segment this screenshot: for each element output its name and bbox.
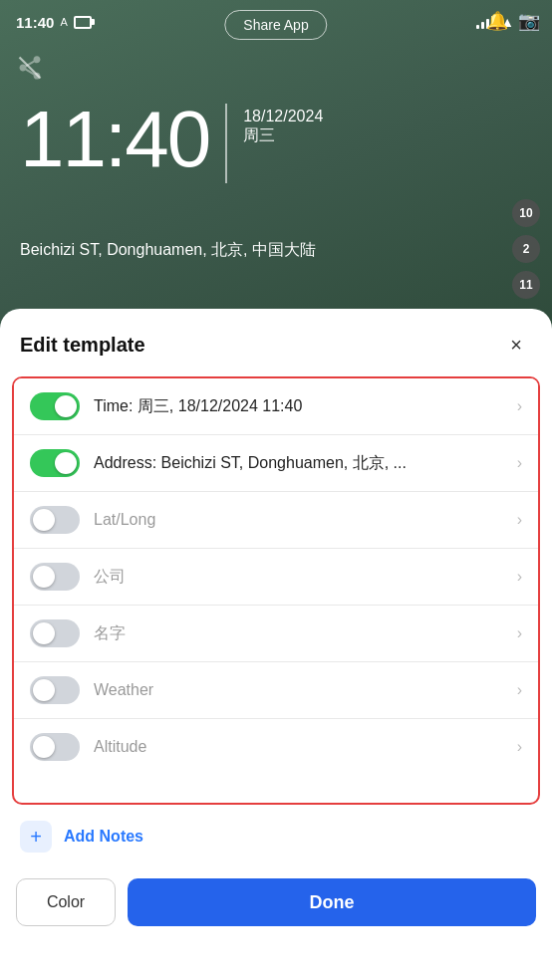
toggle-knob-latlong xyxy=(33,509,55,531)
chevron-weather-icon: › xyxy=(517,681,522,699)
template-item-latlong: Lat/Long › xyxy=(14,492,538,549)
item-label-latlong: Lat/Long xyxy=(94,511,517,529)
template-item-company: 公司 › xyxy=(14,549,538,606)
close-button[interactable]: × xyxy=(500,329,532,361)
clock-location: Beichizi ST, Donghuamen, 北京, 中国大陆 xyxy=(20,239,316,261)
toggle-weather[interactable] xyxy=(30,676,80,704)
item-label-address: Address: Beichizi ST, Donghuamen, 北京, ..… xyxy=(94,453,517,474)
chevron-address-icon: › xyxy=(517,454,522,472)
camera-icon[interactable]: 📷 xyxy=(518,10,540,32)
toggle-company[interactable] xyxy=(30,563,80,591)
status-left: 11:40 A xyxy=(16,14,92,31)
item-label-name: 名字 xyxy=(94,623,517,644)
status-time: 11:40 xyxy=(16,14,54,31)
toggle-latlong[interactable] xyxy=(30,506,80,534)
item-label-weather: Weather xyxy=(94,681,517,699)
clock-divider xyxy=(225,104,227,183)
item-label-company: 公司 xyxy=(94,567,517,588)
toggle-altitude[interactable] xyxy=(30,733,80,761)
clock-date: 18/12/2024 xyxy=(243,108,323,125)
clock-details: 18/12/2024 周三 xyxy=(243,100,323,146)
clock-time: 11:40 xyxy=(20,100,209,179)
notification-bell-icon[interactable]: 🔔 xyxy=(486,10,508,32)
add-notes-row[interactable]: + Add Notes xyxy=(0,805,552,868)
toggle-knob-address xyxy=(55,452,77,474)
done-button[interactable]: Done xyxy=(128,878,536,926)
toggle-knob-name xyxy=(33,622,55,644)
toggle-knob-time xyxy=(55,395,77,417)
add-notes-label[interactable]: Add Notes xyxy=(64,828,143,846)
toggle-knob-altitude xyxy=(33,736,55,758)
clock-day: 周三 xyxy=(243,125,323,146)
share-app-button[interactable]: Share App xyxy=(224,10,327,40)
template-item-altitude: Altitude › xyxy=(14,719,538,775)
edit-template-modal: Edit template × Time: 周三, 18/12/2024 11:… xyxy=(0,309,552,980)
chevron-name-icon: › xyxy=(517,624,522,642)
modal-header: Edit template × xyxy=(0,309,552,376)
toggle-address[interactable] xyxy=(30,449,80,477)
template-item-weather: Weather › xyxy=(14,662,538,719)
color-button[interactable]: Color xyxy=(16,878,116,926)
sim-icon: A xyxy=(60,16,67,28)
chevron-company-icon: › xyxy=(517,568,522,586)
chevron-latlong-icon: › xyxy=(517,511,522,529)
notification-badge-3: 11 xyxy=(512,271,540,299)
item-label-time: Time: 周三, 18/12/2024 11:40 xyxy=(94,396,517,417)
chevron-altitude-icon: › xyxy=(517,738,522,756)
disabled-share-icon xyxy=(14,52,46,84)
template-item-time: Time: 周三, 18/12/2024 11:40 › xyxy=(14,378,538,435)
top-right-icons: 🔔 📷 xyxy=(486,10,540,32)
add-notes-plus-icon[interactable]: + xyxy=(20,821,52,853)
toggle-knob-weather xyxy=(33,679,55,701)
battery-icon xyxy=(74,16,92,29)
notification-badge-1: 10 xyxy=(512,199,540,227)
toggle-knob-company xyxy=(33,566,55,588)
template-item-name: 名字 › xyxy=(14,606,538,662)
modal-title: Edit template xyxy=(20,334,145,357)
template-items-list: Time: 周三, 18/12/2024 11:40 › Address: Be… xyxy=(12,376,540,805)
clock-area: 11:40 18/12/2024 周三 xyxy=(20,100,323,183)
toggle-name[interactable] xyxy=(30,619,80,647)
bottom-buttons: Color Done xyxy=(0,868,552,956)
template-item-address: Address: Beichizi ST, Donghuamen, 北京, ..… xyxy=(14,435,538,492)
toggle-time[interactable] xyxy=(30,392,80,420)
item-label-altitude: Altitude xyxy=(94,738,517,756)
notification-badge-2: 2 xyxy=(512,235,540,263)
chevron-time-icon: › xyxy=(517,397,522,415)
